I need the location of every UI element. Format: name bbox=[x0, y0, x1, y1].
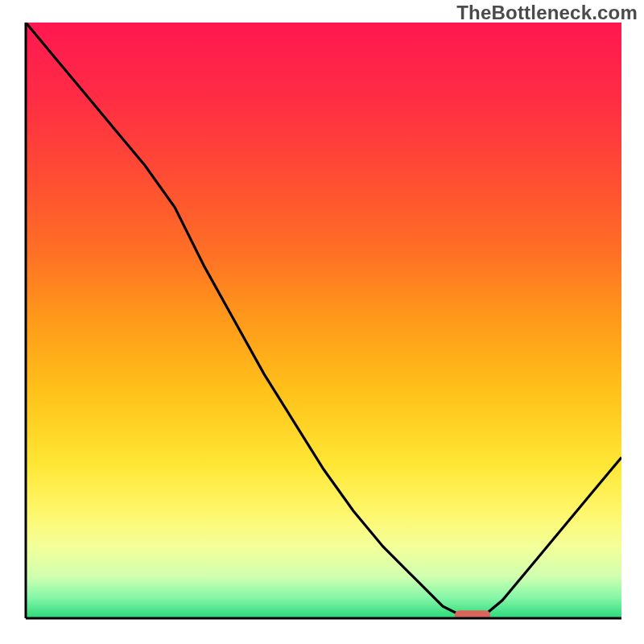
gradient-background bbox=[26, 23, 621, 618]
chart-container: TheBottleneck.com bbox=[0, 0, 644, 644]
bottleneck-chart bbox=[0, 0, 644, 644]
